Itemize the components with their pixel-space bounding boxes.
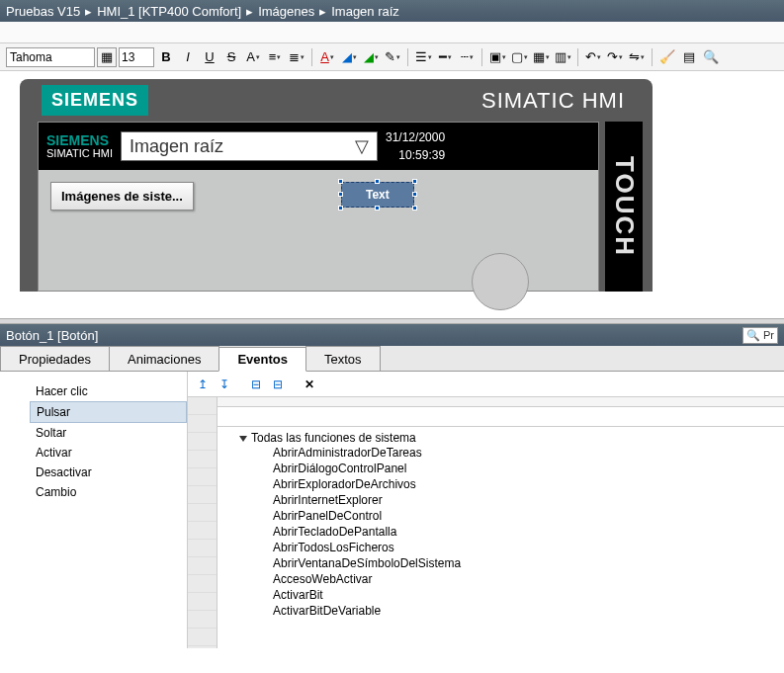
rotate-right-icon[interactable]: ↷▾ [605, 47, 625, 67]
event-item-cambio[interactable]: Cambio [30, 482, 187, 502]
design-canvas[interactable]: SIEMENS SIMATIC HMI SIEMENS SIMATIC HMI … [0, 71, 784, 318]
events-panel: Hacer clicPulsarSoltarActivarDesactivarC… [0, 372, 784, 648]
function-item[interactable]: AbrirExploradorDeArchivos [239, 476, 784, 492]
ungroup-icon[interactable]: ▥▾ [553, 47, 572, 67]
selected-object-label: Botón_1 [Botón] [6, 328, 98, 343]
breadcrumb-3[interactable]: Imagen raíz [331, 4, 399, 19]
resize-handle-icon[interactable] [375, 179, 380, 184]
grid-row-headers [188, 397, 218, 648]
font-size-select[interactable] [119, 47, 154, 67]
line-style-icon[interactable]: ☰▾ [413, 47, 433, 67]
properties-toggle-icon[interactable]: 🔍 Pr [742, 327, 778, 344]
align-center-icon[interactable]: ≣▾ [287, 47, 306, 67]
inspector-header: Botón_1 [Botón] 🔍 Pr [0, 324, 784, 346]
bold-icon[interactable]: B [156, 47, 176, 67]
chevron-down-icon: ▽ [355, 135, 369, 157]
event-item-pulsar[interactable]: Pulsar [30, 401, 187, 423]
breadcrumb-2[interactable]: Imágenes [258, 4, 314, 19]
layer-front-icon[interactable]: ▣▾ [487, 47, 507, 67]
align-left-icon[interactable]: ≡▾ [265, 47, 285, 67]
function-item[interactable]: AccesoWebActivar [239, 571, 784, 587]
move-up-icon[interactable]: ↥ [194, 376, 212, 393]
tab-animations[interactable]: Animaciones [109, 346, 219, 371]
resize-handle-icon[interactable] [338, 206, 343, 210]
function-item[interactable]: AbrirDiálogoControlPanel [239, 461, 784, 476]
function-item[interactable]: AbrirTecladoDePantalla [239, 524, 784, 540]
time-display: 10:59:39 [386, 146, 445, 164]
event-item-activar[interactable]: Activar [30, 443, 187, 463]
resize-handle-icon[interactable] [412, 179, 417, 184]
formatting-toolbar: ▦ B I U S A▾ ≡▾ ≣▾ A▾ ◢▾ ◢▾ ✎▾ ☰▾ ━▾ ┄▾ … [0, 43, 784, 71]
font-family-select[interactable] [6, 47, 95, 67]
flip-icon[interactable]: ⇋▾ [627, 47, 647, 67]
function-group[interactable]: Todas las funciones de sistema [239, 431, 784, 445]
function-item[interactable]: AbrirVentanaDeSímboloDelSistema [239, 555, 784, 571]
screen-name-dropdown[interactable]: Imagen raíz ▽ [121, 131, 378, 161]
hmi-screen[interactable]: SIEMENS SIMATIC HMI Imagen raíz ▽ 31/12/… [38, 122, 599, 292]
chevron-right-icon: ▸ [246, 4, 253, 19]
chevron-right-icon: ▸ [85, 4, 92, 19]
screen-header: SIEMENS SIMATIC HMI Imagen raíz ▽ 31/12/… [39, 123, 598, 170]
event-item-soltar[interactable]: Soltar [30, 423, 187, 443]
tab-texts[interactable]: Textos [305, 346, 381, 371]
screen-name-value: Imagen raíz [130, 136, 223, 157]
inspector-tabs: Propiedades Animaciones Eventos Textos [0, 346, 784, 372]
function-item[interactable]: AbrirInternetExplorer [239, 492, 784, 508]
device-title: SIMATIC HMI [481, 88, 625, 114]
function-item[interactable]: AbrirAdministradorDeTareas [239, 445, 784, 461]
font-family-picker-icon[interactable]: ▦ [97, 47, 117, 67]
move-down-icon[interactable]: ↧ [216, 376, 233, 393]
event-item-desactivar[interactable]: Desactivar [30, 463, 187, 482]
hmi-device-frame: SIEMENS SIMATIC HMI SIEMENS SIMATIC HMI … [20, 79, 653, 292]
function-item[interactable]: AbrirTodosLosFicheros [239, 540, 784, 555]
function-item[interactable]: AbrirPanelDeControl [239, 508, 784, 524]
function-item[interactable]: ActivarBit [239, 587, 784, 603]
triangle-down-icon [239, 436, 247, 442]
system-images-button[interactable]: Imágenes de siste... [50, 182, 194, 210]
event-item-hacer-clic[interactable]: Hacer clic [30, 381, 187, 401]
clean-icon[interactable]: 🧹 [657, 47, 677, 67]
breadcrumb-1[interactable]: HMI_1 [KTP400 Comfort] [97, 4, 241, 19]
resize-handle-icon[interactable] [375, 206, 380, 210]
event-detail-toolbar: ↥ ↧ ⊟ ⊟ ✕ [188, 372, 784, 397]
rotate-left-icon[interactable]: ↶▾ [583, 47, 603, 67]
align-tool-icon[interactable]: ▤ [679, 47, 699, 67]
expand-icon[interactable]: ⊟ [247, 376, 265, 393]
strikethrough-icon[interactable]: S [221, 47, 241, 67]
tab-properties[interactable]: Propiedades [0, 346, 110, 371]
function-editor-row[interactable] [218, 407, 784, 427]
zoom-icon[interactable]: 🔍 [701, 47, 721, 67]
siemens-logo: SIEMENS [42, 85, 148, 116]
italic-icon[interactable]: I [178, 47, 198, 67]
function-item[interactable]: ActivarBitDeVariable [239, 603, 784, 619]
siemens-small-logo: SIEMENS [46, 133, 113, 147]
date-display: 31/12/2000 [386, 128, 445, 146]
delete-icon[interactable]: ✕ [301, 376, 318, 393]
resize-handle-icon[interactable] [338, 179, 343, 184]
font-color-icon[interactable]: A▾ [317, 47, 337, 67]
breadcrumb: Pruebas V15 ▸ HMI_1 [KTP400 Comfort] ▸ I… [0, 0, 784, 22]
event-type-list: Hacer clicPulsarSoltarActivarDesactivarC… [0, 372, 188, 648]
highlight-icon[interactable]: ✎▾ [383, 47, 402, 67]
system-functions-tree: Todas las funciones de sistema AbrirAdmi… [218, 427, 784, 619]
circle-shape[interactable] [472, 253, 529, 310]
group-icon[interactable]: ▦▾ [531, 47, 551, 67]
text-button-label: Text [366, 188, 390, 202]
line-dash-icon[interactable]: ┄▾ [457, 47, 477, 67]
chevron-right-icon: ▸ [319, 4, 326, 19]
resize-handle-icon[interactable] [338, 192, 343, 197]
breadcrumb-0[interactable]: Pruebas V15 [6, 4, 80, 19]
line-width-icon[interactable]: ━▾ [435, 47, 455, 67]
resize-handle-icon[interactable] [412, 192, 417, 197]
event-detail: ↥ ↧ ⊟ ⊟ ✕ Todas las funciones de sistema… [188, 372, 784, 648]
tab-events[interactable]: Eventos [218, 347, 306, 372]
layer-back-icon[interactable]: ▢▾ [509, 47, 529, 67]
collapse-icon[interactable]: ⊟ [269, 376, 287, 393]
font-scale-icon[interactable]: A▾ [243, 47, 263, 67]
fill-color-icon[interactable]: ◢▾ [339, 47, 359, 67]
text-button-element[interactable]: Text [341, 182, 414, 208]
line-color-icon[interactable]: ◢▾ [361, 47, 381, 67]
grid-header [218, 397, 784, 407]
underline-icon[interactable]: U [200, 47, 219, 67]
resize-handle-icon[interactable] [412, 206, 417, 210]
